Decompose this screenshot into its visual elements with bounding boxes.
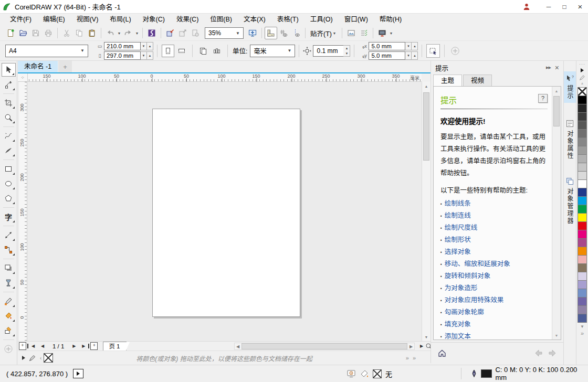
first-page-button[interactable]: ◀ (27, 344, 38, 348)
page-tab[interactable]: 页 1 (103, 342, 127, 351)
ellipse-tool[interactable] (2, 177, 16, 190)
color-swatch[interactable] (578, 154, 587, 163)
vertical-ruler[interactable]: 300 250 200 150 100 50 0 (19, 82, 27, 341)
docker-tab-object-manager[interactable]: 对象管理器 (564, 174, 576, 228)
page-height-increase[interactable]: ▲ (147, 51, 153, 60)
color-swatch[interactable] (578, 255, 587, 264)
color-swatch[interactable] (578, 163, 587, 172)
color-swatch[interactable] (578, 205, 587, 214)
drawing-canvas[interactable] (18, 82, 422, 341)
portrait-button[interactable] (162, 45, 174, 57)
color-swatch[interactable] (578, 272, 587, 281)
menu-view[interactable]: 视图(V) (71, 14, 104, 26)
treat-as-filled-button[interactable] (426, 44, 440, 58)
color-swatch-none[interactable] (578, 87, 587, 96)
add-tool-button[interactable] (2, 342, 16, 356)
options-button[interactable] (345, 27, 358, 39)
color-swatch[interactable] (578, 196, 587, 205)
undo-dropdown-arrow[interactable]: ▼ (117, 31, 122, 35)
snap-to-dropdown[interactable]: 贴齐(T)▼ (308, 27, 339, 39)
duplicate-x-input[interactable]: 5.0 mm (369, 42, 405, 50)
menu-file[interactable]: 文件(F) (4, 14, 37, 26)
scroll-down-arrow[interactable]: ▼ (422, 333, 430, 341)
redo-button[interactable] (122, 27, 134, 39)
duplicate-y-input[interactable]: 5.0 mm (369, 51, 405, 60)
color-swatch[interactable] (578, 171, 587, 180)
color-swatch[interactable] (578, 230, 587, 239)
document-tab[interactable]: 未命名 -1 (18, 61, 58, 72)
all-pages-button[interactable] (197, 45, 209, 57)
outline-color-swatch[interactable] (481, 369, 492, 378)
show-grid-toggle[interactable] (277, 27, 290, 39)
menu-object[interactable]: 对象(C) (137, 14, 171, 26)
coordinates-flyout-button[interactable] (73, 369, 83, 378)
drop-shadow-tool[interactable] (2, 261, 16, 275)
color-swatch[interactable] (578, 280, 587, 289)
scroll-left-arrow[interactable]: ◀ (235, 344, 241, 349)
hint-link[interactable]: 旋转和倾斜对象 (440, 270, 548, 282)
color-swatch[interactable] (578, 112, 587, 121)
ruler-origin-button[interactable]: ⁘ (18, 73, 28, 82)
page-indicator[interactable]: 1 / 1 (47, 343, 69, 349)
menu-bitmaps[interactable]: 位图(B) (204, 14, 238, 26)
color-swatch[interactable] (578, 104, 587, 113)
color-proof-icon[interactable] (346, 369, 356, 378)
color-swatch[interactable] (578, 314, 587, 323)
page-size-select[interactable]: A4▼ (5, 45, 88, 57)
transparency-tool[interactable] (2, 276, 16, 290)
current-page-button[interactable] (211, 45, 223, 57)
add-to-toolbar-button[interactable] (449, 45, 461, 57)
menu-window[interactable]: 窗口(W) (339, 14, 374, 26)
export-button[interactable] (176, 27, 189, 39)
palette-expand-icon[interactable]: » (581, 330, 584, 336)
page-height-input[interactable]: 297.0 mm (104, 51, 141, 60)
fill-status-icon[interactable] (360, 369, 369, 378)
text-tool[interactable]: 字 (2, 210, 16, 224)
color-swatch[interactable] (578, 96, 587, 104)
color-swatch[interactable] (578, 289, 587, 298)
no-color-swatch[interactable] (44, 353, 53, 363)
account-icon[interactable] (520, 0, 533, 13)
vscroll-thumb[interactable] (423, 92, 429, 161)
duplicate-y-increase[interactable]: ▲ (412, 51, 418, 60)
tab-videos[interactable]: 视频 (463, 75, 492, 86)
docker-tab-object-properties[interactable]: 对象属性 (564, 116, 576, 163)
connector-tool[interactable] (2, 243, 16, 257)
hint-link[interactable]: 对对象应用特殊效果 (440, 294, 548, 306)
hints-scrollbar[interactable]: ▲ ▼ (552, 87, 561, 339)
freehand-tool[interactable] (2, 129, 16, 143)
document-page[interactable] (152, 109, 300, 317)
new-document-button[interactable] (4, 27, 17, 39)
undock-icon[interactable]: ▶▶ (546, 66, 551, 70)
menu-edit[interactable]: 编辑(E) (37, 14, 71, 26)
tab-topics[interactable]: 主题 (433, 75, 462, 86)
menu-effects[interactable]: 效果(C) (171, 14, 204, 26)
hint-link[interactable]: 移动、缩放和延展对象 (440, 258, 548, 270)
page-width-increase[interactable]: ▲ (147, 42, 153, 50)
scroll-right-arrow[interactable]: ▶ (408, 344, 414, 349)
color-eyedropper-tool[interactable] (2, 294, 16, 308)
color-swatch[interactable] (578, 221, 587, 230)
page-width-decrease[interactable]: ▼ (141, 42, 147, 50)
outline-pen-icon[interactable] (470, 369, 478, 378)
hints-scroll-thumb[interactable] (553, 96, 560, 126)
scroll-down-arrow[interactable]: ▼ (552, 331, 561, 339)
menu-layout[interactable]: 布局(L) (104, 14, 136, 26)
menu-text[interactable]: 文本(X) (238, 14, 271, 26)
dimension-tool[interactable] (2, 228, 16, 242)
page-width-input[interactable]: 210.0 mm (104, 42, 141, 50)
menu-tools[interactable]: 工具(O) (304, 14, 339, 26)
hint-link[interactable]: 为对象造形 (440, 282, 548, 294)
duplicate-x-decrease[interactable]: ▼ (405, 42, 412, 50)
hint-link[interactable]: 选择对象 (440, 246, 548, 258)
color-swatch[interactable] (578, 137, 587, 146)
zoom-level-select[interactable]: 35%▼ (205, 27, 244, 39)
print-button[interactable] (42, 27, 55, 39)
close-button[interactable]: × (572, 0, 588, 13)
launcher-dropdown-arrow[interactable]: ▼ (388, 31, 394, 35)
color-swatch[interactable] (578, 188, 587, 197)
landscape-button[interactable] (175, 45, 188, 57)
hint-link[interactable]: 绘制连线 (440, 210, 548, 222)
color-swatch[interactable] (578, 213, 587, 222)
save-button[interactable] (29, 27, 42, 39)
